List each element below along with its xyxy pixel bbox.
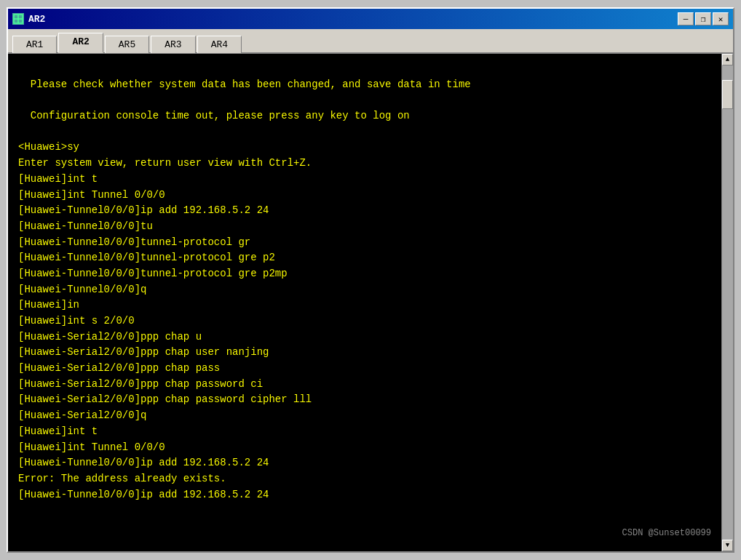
window-title: AR2 <box>28 14 45 25</box>
terminal-line: [Huawei]int t <box>18 424 711 440</box>
app-icon <box>12 13 24 25</box>
tab-ar3[interactable]: AR3 <box>151 36 195 53</box>
terminal-area[interactable]: Please check whether system data has bee… <box>8 54 721 551</box>
title-bar-left: AR2 <box>12 13 45 25</box>
main-window: AR2 — ❐ ✕ AR1 AR2 AR5 AR3 AR4 Please che… <box>7 7 734 553</box>
terminal-line: <Huawei>sy <box>18 140 711 156</box>
tab-ar2[interactable]: AR2 <box>58 33 103 53</box>
terminal-line: [Huawei-Tunnel0/0/0]ip add 192.168.5.2 2… <box>18 487 711 503</box>
minimize-button[interactable]: — <box>678 12 694 25</box>
terminal-line: Configuration console time out, please p… <box>18 108 711 124</box>
terminal-line <box>18 124 711 140</box>
terminal-line: [Huawei-Tunnel0/0/0]tunnel-protocol gr <box>18 235 711 251</box>
terminal-line: [Huawei]in <box>18 297 711 313</box>
tab-ar1[interactable]: AR1 <box>12 36 57 53</box>
terminal-wrapper: Please check whether system data has bee… <box>8 54 733 551</box>
terminal-line: [Huawei-Tunnel0/0/0]q <box>18 282 711 298</box>
window-content: Please check whether system data has bee… <box>8 54 733 551</box>
terminal-line: [Huawei-Tunnel0/0/0]ip add 192.168.5.2 2… <box>18 203 711 219</box>
terminal-content: Please check whether system data has bee… <box>18 61 711 544</box>
terminal-line: [Huawei]int t <box>18 172 711 188</box>
terminal-line: [Huawei-Tunnel0/0/0]ip add 192.168.5.2 2… <box>18 455 711 471</box>
restore-button[interactable]: ❐ <box>695 12 711 25</box>
terminal-line: Enter system view, return user view with… <box>18 156 711 172</box>
terminal-line: Please check whether system data has bee… <box>18 77 711 93</box>
title-bar: AR2 — ❐ ✕ <box>8 9 733 29</box>
terminal-line <box>18 92 711 108</box>
scrollbar-track[interactable] <box>722 65 733 540</box>
terminal-line: [Huawei-Serial2/0/0]ppp chap password ci… <box>18 392 711 408</box>
terminal-line: [Huawei]int Tunnel 0/0/0 <box>18 188 711 204</box>
scrollbar-thumb[interactable] <box>722 80 733 109</box>
scrollbar-down-button[interactable]: ▼ <box>722 540 733 551</box>
tab-bar: AR1 AR2 AR5 AR3 AR4 <box>8 29 733 54</box>
terminal-line: Error: The address already exists. <box>18 471 711 487</box>
terminal-line: [Huawei-Serial2/0/0]ppp chap u <box>18 329 711 345</box>
terminal-line: [Huawei-Serial2/0/0]ppp chap password ci <box>18 377 711 393</box>
terminal-line: [Huawei-Serial2/0/0]ppp chap pass <box>18 361 711 377</box>
tab-ar4[interactable]: AR4 <box>197 36 242 53</box>
terminal-line: [Huawei-Tunnel0/0/0]tunnel-protocol gre … <box>18 250 711 266</box>
watermark: CSDN @Sunset00099 <box>622 528 711 538</box>
tab-ar5[interactable]: AR5 <box>105 36 149 53</box>
title-buttons: — ❐ ✕ <box>678 12 729 25</box>
terminal-line: [Huawei-Tunnel0/0/0]tu <box>18 219 711 235</box>
scrollbar-up-button[interactable]: ▲ <box>722 54 733 65</box>
close-button[interactable]: ✕ <box>713 12 729 25</box>
scrollbar[interactable]: ▲ ▼ <box>721 54 733 551</box>
terminal-line: [Huawei-Serial2/0/0]q <box>18 408 711 424</box>
terminal-line: [Huawei]int Tunnel 0/0/0 <box>18 440 711 456</box>
terminal-line: [Huawei-Tunnel0/0/0]tunnel-protocol gre … <box>18 266 711 282</box>
terminal-line: [Huawei]int s 2/0/0 <box>18 313 711 329</box>
terminal-line <box>18 61 711 77</box>
terminal-line: [Huawei-Serial2/0/0]ppp chap user nanjin… <box>18 345 711 361</box>
